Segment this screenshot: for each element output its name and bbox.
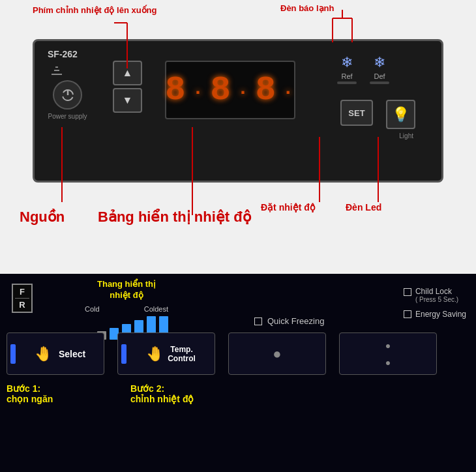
def-label: Def [374, 72, 385, 80]
child-lock-checkbox[interactable] [404, 288, 411, 296]
button-row: 🤚 Select 🤚 Temp. Control ● ● ● [7, 332, 437, 375]
down-arrow-icon: ▼ [123, 95, 133, 106]
light-button[interactable]: 💡 [386, 100, 415, 129]
coldest-label: Coldest [144, 305, 168, 313]
fr-top: F [15, 287, 29, 297]
ref-snowflake-icon: ❄ [341, 54, 353, 71]
fr-badge: F R [12, 284, 33, 313]
light-icon: 💡 [392, 106, 409, 123]
scale-title-2: nhiệt độ [110, 290, 143, 300]
controller-panel: SF-262 Power supply ▲ [33, 39, 443, 183]
buoc1-title: Bước 1: [7, 383, 104, 394]
select-button[interactable]: 🤚 Select [7, 332, 104, 375]
power-label: Power supply [46, 113, 89, 120]
up-arrow-icon: ▲ [123, 67, 133, 79]
updown-buttons: ▲ ▼ [113, 61, 142, 113]
dot-icon-1: ● [273, 346, 281, 362]
signal-icon [49, 64, 65, 78]
fr-bottom: R [15, 300, 29, 310]
ref-bar [337, 81, 357, 84]
temp-control-label-2: Control [168, 354, 196, 363]
temp-down-button[interactable]: ▼ [113, 88, 142, 113]
empty-button-2[interactable]: ● ● [339, 332, 437, 375]
digit-dot-3: . [282, 78, 295, 102]
bottom-labels: Bước 1: chọn ngăn Bước 2: chỉnh nhiệt độ [7, 383, 228, 404]
buoc2-label-container: Bước 2: chỉnh nhiệt độ [130, 383, 228, 404]
bottom-section: F R Thang hiển thị nhiệt độ Cold Coldest… [0, 274, 476, 472]
annotation-phim-chinh: Phím chỉnh nhiệt độ lên xuống [33, 5, 157, 15]
buoc1-subtitle: chọn ngăn [7, 394, 104, 404]
ref-indicator: ❄ Ref [337, 54, 357, 84]
child-lock-option: Child Lock ( Press 5 Sec.) [404, 287, 466, 303]
def-bar [370, 81, 389, 84]
annotation-dat-nhiet-do: Đặt nhiệt độ [261, 202, 316, 213]
dot-icon-2a: ● [385, 340, 391, 351]
digit-dot-2: . [237, 78, 250, 102]
model-label: SF-262 [48, 49, 78, 59]
digit-3: 8 [256, 71, 277, 110]
energy-saving-label: Energy Saving [415, 310, 466, 319]
energy-saving-checkbox[interactable] [404, 310, 411, 318]
dot-icon-2b: ● [385, 357, 391, 368]
power-button[interactable] [53, 80, 82, 110]
def-snowflake-icon: ❄ [374, 54, 385, 71]
right-options: Child Lock ( Press 5 Sec.) Energy Saving [404, 287, 466, 319]
buoc2-subtitle: chỉnh nhiệt độ [130, 394, 228, 404]
annotation-bang-hien-thi: Bảng hiển thị nhiệt độ [98, 209, 251, 226]
ref-def-area: ❄ Ref ❄ Def [337, 54, 389, 84]
temp-scale-section: Thang hiển thị nhiệt độ Cold Coldest [85, 279, 168, 340]
quick-freeze-checkbox[interactable] [254, 317, 262, 325]
def-indicator: ❄ Def [370, 54, 389, 84]
annotation-nguon: Nguồn [20, 209, 65, 226]
child-lock-label: Child Lock [415, 287, 458, 296]
buoc2-title: Bước 2: [130, 383, 228, 394]
empty-button-1[interactable]: ● [228, 332, 326, 375]
energy-saving-option: Energy Saving [404, 310, 466, 319]
select-blue-indicator [10, 344, 16, 364]
cold-label: Cold [85, 305, 100, 313]
two-dots-container: ● ● [385, 340, 391, 368]
select-hand-icon: 🤚 [35, 346, 52, 362]
quick-freeze-label: Quick Freezing [267, 316, 324, 326]
temp-blue-indicator [121, 344, 126, 364]
top-section: SF-262 Power supply ▲ [0, 0, 476, 274]
child-lock-sublabel: ( Press 5 Sec.) [415, 296, 458, 303]
digit-dot-1: . [192, 78, 205, 102]
quick-freezing-option: Quick Freezing [254, 316, 324, 326]
temp-control-label-1: Temp. [168, 345, 196, 354]
annotation-den-led: Đèn Led [346, 202, 381, 213]
digit-1: 8 [165, 71, 186, 110]
buoc1-label-container: Bước 1: chọn ngăn [7, 383, 104, 404]
scale-title-1: Thang hiển thị [97, 279, 156, 289]
ref-label: Ref [341, 72, 352, 80]
temp-control-button[interactable]: 🤚 Temp. Control [117, 332, 215, 375]
annotation-den-bao-lanh: Đèn báo lạnh [280, 3, 334, 13]
digit-2: 8 [210, 71, 231, 110]
temp-hand-icon: 🤚 [146, 346, 164, 362]
temp-up-button[interactable]: ▲ [113, 61, 142, 85]
set-label: SET [348, 108, 364, 118]
set-button[interactable]: SET [340, 100, 373, 126]
temperature-display: 8 . 8 . 8 . [165, 61, 295, 119]
light-label: Light [399, 132, 413, 140]
select-label: Select [59, 349, 85, 359]
